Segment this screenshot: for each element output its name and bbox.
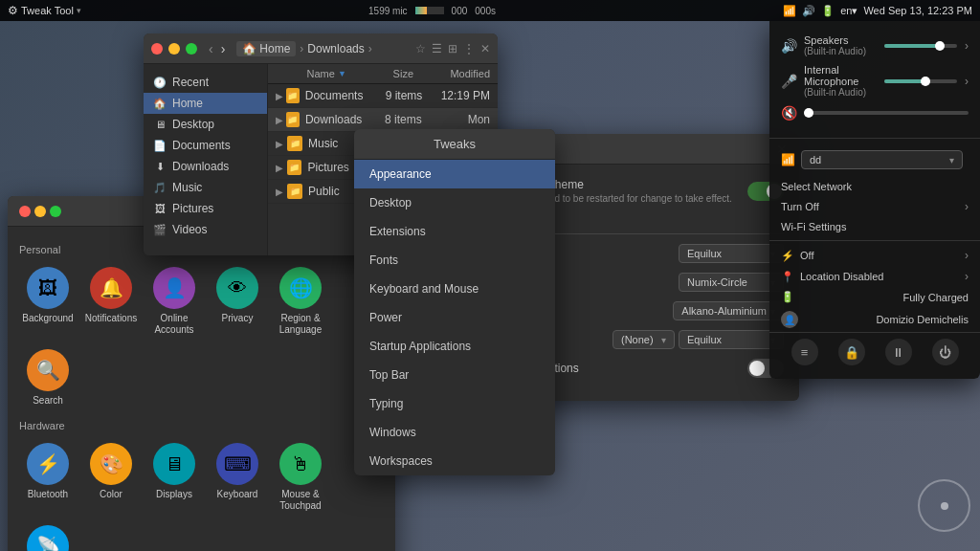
lang-indicator[interactable]: en▾ xyxy=(840,5,858,17)
folder-icon: 📁 xyxy=(286,88,300,103)
current-path[interactable]: Downloads xyxy=(307,42,364,55)
settings-search[interactable]: 🔍 Search xyxy=(19,345,77,410)
shell-theme-dropdown[interactable]: Equilux ▾ xyxy=(679,330,784,349)
location-item[interactable]: 📍 Location Disabled › xyxy=(769,266,980,287)
menu-icon[interactable]: ⋮ xyxy=(463,42,475,55)
settings-color[interactable]: 🎨 Color xyxy=(82,439,140,516)
list-view-icon[interactable]: ☰ xyxy=(432,42,442,55)
mic-label: Internal Microphone xyxy=(804,64,877,87)
row-expand[interactable]: ▶ xyxy=(276,91,286,101)
sidebar-item-recent[interactable]: 🕐 Recent xyxy=(144,72,267,93)
table-row[interactable]: ▶ 📁 Documents 9 items 12:19 PM xyxy=(268,84,498,108)
panel-icon-sound[interactable]: 🔊 xyxy=(802,5,815,17)
name-col-header: Name xyxy=(307,68,339,79)
search-label: Search xyxy=(33,395,63,407)
settings-online-accounts[interactable]: 👤 Online Accounts xyxy=(145,263,203,340)
sidebar-item-documents[interactable]: 📄 Documents xyxy=(144,135,267,156)
panel-icon-wifi[interactable]: 📶 xyxy=(783,5,796,17)
shell-prefix-dropdown[interactable]: (None) ▾ xyxy=(612,330,675,349)
sidebar-item-pictures[interactable]: 🖼 Pictures xyxy=(144,198,267,219)
mute-slider[interactable] xyxy=(804,111,969,115)
displays-label: Displays xyxy=(156,489,192,500)
tweaks-item-startup[interactable]: Startup Applications xyxy=(354,332,555,361)
mic-slider[interactable] xyxy=(884,79,957,83)
minimize-button[interactable] xyxy=(168,43,180,55)
tweaks-item-topbar[interactable]: Top Bar xyxy=(354,361,555,389)
settings-region[interactable]: 🌐 Region & Language xyxy=(272,263,329,340)
mic-expand[interactable]: › xyxy=(965,75,969,88)
datetime-display[interactable]: Wed Sep 13, 12:23 PM xyxy=(863,5,972,16)
settings-bottom-icon[interactable]: ≡ xyxy=(791,339,818,365)
settings-min[interactable] xyxy=(34,206,46,217)
settings-max[interactable] xyxy=(50,206,61,217)
settings-keyboard[interactable]: ⌨ Keyboard xyxy=(209,439,266,516)
sidebar-label-videos: Videos xyxy=(172,223,207,236)
bluetooth-item[interactable]: ⚡ Off › xyxy=(769,245,980,266)
mic-sublabel: (Built-in Audio) xyxy=(804,87,877,98)
tweaks-item-power[interactable]: Power xyxy=(354,303,555,332)
tweaks-item-appearance[interactable]: Appearance xyxy=(354,160,555,188)
tweaks-item-workspaces[interactable]: Workspaces xyxy=(354,447,555,475)
turn-off-arrow[interactable]: › xyxy=(965,200,969,213)
grid-view-icon[interactable]: ⊞ xyxy=(448,42,457,55)
pause-icon[interactable]: ⏸ xyxy=(885,339,912,365)
lock-icon[interactable]: 🔒 xyxy=(838,339,865,365)
tweaks-item-windows[interactable]: Windows xyxy=(354,418,555,447)
bluetooth-arrow[interactable]: › xyxy=(965,249,969,262)
close-icon[interactable]: ✕ xyxy=(480,42,490,55)
row-expand[interactable]: ▶ xyxy=(276,139,287,149)
sidebar-item-downloads[interactable]: ⬇ Downloads xyxy=(144,156,267,177)
search-icon: 🔍 xyxy=(27,349,69,391)
row-name: Pictures xyxy=(307,161,348,174)
sidebar-item-videos[interactable]: 🎬 Videos xyxy=(144,219,267,240)
tweaktool-label: Tweak Tool xyxy=(21,5,74,16)
sidebar-item-music[interactable]: 🎵 Music xyxy=(144,177,267,198)
speaker-expand[interactable]: › xyxy=(965,39,969,53)
select-network-item[interactable]: Select Network xyxy=(769,177,980,196)
user-item[interactable]: 👤 Domizio Demichelis xyxy=(769,307,980,332)
tweaks-item-desktop[interactable]: Desktop xyxy=(354,188,555,217)
power-bottom-icon[interactable]: ⏻ xyxy=(932,339,959,365)
maximize-button[interactable] xyxy=(186,43,197,55)
row-expand[interactable]: ▶ xyxy=(276,187,287,197)
settings-notifications[interactable]: 🔔 Notifications xyxy=(82,263,140,340)
settings-network[interactable]: 📡 Network xyxy=(19,521,77,551)
settings-bluetooth[interactable]: ⚡ Bluetooth xyxy=(19,439,77,516)
nav-buttons: ‹ › xyxy=(207,41,227,56)
wifi-settings-item[interactable]: Wi-Fi Settings xyxy=(769,217,980,236)
settings-displays[interactable]: 🖥 Displays xyxy=(145,439,203,516)
row-expand[interactable]: ▶ xyxy=(276,163,287,173)
tweaks-item-extensions[interactable]: Extensions xyxy=(354,217,555,246)
mouse-label: Mouse & Touchpad xyxy=(276,489,325,512)
sidebar-item-desktop[interactable]: 🖥 Desktop xyxy=(144,114,267,135)
shell-prefix-arrow: ▾ xyxy=(661,335,666,345)
row-expand[interactable]: ▶ xyxy=(276,115,286,125)
tweaktool-btn[interactable]: ⚙ Tweak Tool ▾ xyxy=(8,4,81,17)
forward-button[interactable]: › xyxy=(219,41,228,56)
audio-info: 1599 mic xyxy=(368,6,408,16)
panel-icon-power[interactable]: 🔋 xyxy=(821,5,835,17)
settings-background[interactable]: 🖼 Background xyxy=(19,263,77,340)
home-path[interactable]: 🏠 Home xyxy=(236,41,296,56)
turn-off-item[interactable]: Turn Off › xyxy=(769,196,980,217)
settings-mouse[interactable]: 🖱 Mouse & Touchpad xyxy=(272,439,329,516)
cursor-dropdown[interactable]: Alkano-Aluminium ▾ xyxy=(673,301,784,320)
fm-sidebar: 🕐 Recent 🏠 Home 🖥 Desktop 📄 Documents ⬇ xyxy=(144,64,268,255)
wifi-network-select[interactable]: dd ▾ xyxy=(801,150,963,169)
settings-close[interactable] xyxy=(19,206,31,217)
back-button[interactable]: ‹ xyxy=(207,41,215,56)
icons-dropdown[interactable]: Numix-Circle ▾ xyxy=(679,273,784,292)
close-button[interactable] xyxy=(151,43,163,55)
bookmark-icon[interactable]: ☆ xyxy=(415,42,426,55)
speaker-slider[interactable] xyxy=(884,44,957,48)
settings-privacy[interactable]: 👁 Privacy xyxy=(209,263,266,340)
panel-right: 📶 🔊 🔋 en▾ Wed Sep 13, 12:23 PM xyxy=(783,5,972,17)
gtk-dropdown[interactable]: Equilux ▾ xyxy=(679,244,784,263)
battery-item[interactable]: 🔋 Fully Charged xyxy=(769,287,980,307)
tweaks-item-typing[interactable]: Typing xyxy=(354,389,555,418)
tweaks-item-keyboard[interactable]: Keyboard and Mouse xyxy=(354,275,555,303)
sidebar-item-home[interactable]: 🏠 Home xyxy=(144,93,267,114)
location-arrow[interactable]: › xyxy=(965,270,969,283)
compass-center xyxy=(941,502,948,510)
tweaks-item-fonts[interactable]: Fonts xyxy=(354,246,555,275)
